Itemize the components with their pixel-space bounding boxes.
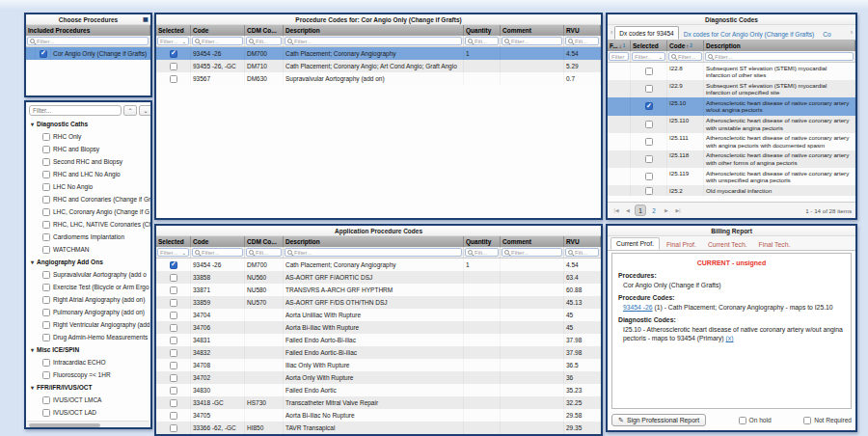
favorite-cell[interactable] xyxy=(608,150,631,168)
comment-filter[interactable]: Filter... xyxy=(502,37,562,45)
tree-item-checkbox[interactable] xyxy=(42,296,50,304)
row-checkbox[interactable] xyxy=(170,50,177,58)
scrollbar-thumb[interactable] xyxy=(29,423,100,427)
next-page-button[interactable]: ▶ xyxy=(662,205,671,216)
table-row[interactable]: 34831 Failed Endo Aorto-Bi-iliac 37.98 xyxy=(156,334,601,346)
tree-item[interactable]: LHC No Angio xyxy=(26,180,150,193)
tree-item-checkbox[interactable] xyxy=(42,221,50,229)
panel-menu-icon[interactable]: ▦ xyxy=(143,16,149,22)
tree-caret-icon[interactable]: ▾ xyxy=(31,121,34,127)
tree-item[interactable]: RHC and Biopsy xyxy=(26,143,150,155)
tree-item-checkbox[interactable] xyxy=(42,233,50,241)
tree-item-checkbox[interactable] xyxy=(42,271,50,279)
description-filter[interactable]: Filter... xyxy=(285,37,462,45)
tree-group-header[interactable]: ▾ FFR/iFR/IVUS/OCT xyxy=(26,381,150,394)
tree-item[interactable]: WATCHMAN xyxy=(26,243,150,256)
column-description[interactable]: Description xyxy=(284,236,464,247)
table-row[interactable]: I25.119 Atherosclerotic heart disease of… xyxy=(608,168,855,185)
tree-group-header[interactable]: ▾ Angiography Add Ons xyxy=(26,256,150,268)
table-row[interactable]: I25.110 Atherosclerotic heart disease of… xyxy=(608,116,855,133)
code-filter[interactable]: Filter... xyxy=(668,52,702,61)
remove-diagnosis-link[interactable]: (x) xyxy=(726,335,734,341)
tree-item[interactable]: IVUS/OCT LAD xyxy=(26,406,150,419)
tree-item[interactable]: RHC and Coronaries (Change if Gr xyxy=(26,193,150,205)
table-row[interactable]: 34702 Aorta Only With Rupture 36 xyxy=(156,371,601,384)
row-checkbox[interactable] xyxy=(645,155,653,163)
row-checkbox[interactable] xyxy=(170,286,177,294)
column-cdm[interactable]: CDM Co... xyxy=(245,236,284,247)
rvu-filter[interactable]: Filt... xyxy=(565,37,599,45)
quantity-filter[interactable]: Filt... xyxy=(465,37,499,45)
tree-item[interactable]: Intracardiac ECHO xyxy=(26,356,150,368)
tree-item[interactable]: RHC Only xyxy=(26,130,150,143)
page-1-button[interactable]: 1 xyxy=(635,204,646,216)
favorite-filter[interactable]: Filter⌄ xyxy=(609,52,629,61)
tree-item-checkbox[interactable] xyxy=(42,133,50,141)
billing-tab[interactable]: Current Prof. xyxy=(610,237,660,250)
favorite-cell[interactable] xyxy=(608,97,631,115)
column-code[interactable]: Code xyxy=(191,236,245,247)
cdm-filter[interactable]: Filt... xyxy=(246,37,282,45)
table-row[interactable]: 33418 -GC HS730 Transcatheter Mitral Val… xyxy=(156,396,601,409)
selected-filter[interactable]: Filter...⌄ xyxy=(157,37,189,45)
table-row[interactable]: 33859 NU570 AS-AORT GRF F/DS OTH/THN DSJ… xyxy=(156,296,601,309)
code-filter[interactable]: Filter... xyxy=(192,37,243,45)
column-favorite[interactable]: F...↓1 xyxy=(608,41,631,51)
column-selected[interactable]: Selected xyxy=(631,41,667,51)
diagnostic-tab[interactable]: Dx codes for Cor Angio Only (Change if G… xyxy=(680,28,818,40)
favorite-cell[interactable] xyxy=(608,63,631,80)
table-row[interactable]: 33871 NU580 TRANSVRS A-ARCH GRF HYPTHRM … xyxy=(156,284,601,296)
row-checkbox[interactable] xyxy=(645,85,653,93)
row-checkbox[interactable] xyxy=(170,387,177,395)
table-row[interactable]: 93455 -26, -GC DM710 Cath Placement; Cor… xyxy=(156,60,601,72)
tree-item[interactable]: Drug Admin-Hemo Measurements xyxy=(26,331,150,343)
tree-item[interactable]: Right Ventricular Angiography (add xyxy=(26,318,150,331)
tree-caret-icon[interactable]: ▾ xyxy=(31,346,34,353)
table-row[interactable]: 34705 Aorta Bi-iliac No Rupture 29.58 xyxy=(156,409,601,422)
last-page-button[interactable]: ▶| xyxy=(673,205,683,216)
tree-item-checkbox[interactable] xyxy=(42,359,50,367)
horizontal-scrollbar[interactable] xyxy=(27,421,149,427)
billing-tab[interactable]: Current Tech. xyxy=(703,239,752,250)
tree-group-header[interactable]: ▾ Misc ICE/SPIN xyxy=(26,343,150,356)
tree-item[interactable]: RHC, LHC, NATIVE Coronaries (Ch xyxy=(26,218,150,231)
column-comment[interactable]: Comment xyxy=(501,236,564,247)
row-checkbox[interactable] xyxy=(170,424,177,432)
row-checkbox[interactable] xyxy=(645,187,653,195)
column-rvu[interactable]: RVU xyxy=(564,236,601,247)
comment-filter[interactable]: Filter... xyxy=(502,248,562,257)
tree-group-header[interactable]: ▾ Diagnostic Caths xyxy=(26,118,150,130)
tree-item-checkbox[interactable] xyxy=(42,146,50,153)
row-checkbox[interactable] xyxy=(170,349,177,357)
tree-filter-input[interactable] xyxy=(29,105,122,116)
included-procedures-header[interactable]: Included Procedures xyxy=(26,25,150,36)
table-row[interactable]: 93454 -26 DM700 Cath Placement; Coronary… xyxy=(156,259,601,271)
table-row[interactable]: 33858 NU560 AS-AORT GRF F/AORTIC DSJ 63.… xyxy=(156,271,601,284)
description-filter[interactable]: Filter... xyxy=(705,52,854,61)
prev-page-button[interactable]: ◀ xyxy=(623,205,633,216)
column-selected[interactable]: Selected xyxy=(156,236,191,247)
not-required-checkbox[interactable] xyxy=(803,417,811,424)
table-row[interactable]: I22.8 Subsequent ST elevation (STEMI) my… xyxy=(608,63,855,80)
table-row[interactable]: I25.111 Atherosclerotic heart disease of… xyxy=(608,133,855,150)
favorite-cell[interactable] xyxy=(608,168,631,185)
table-row[interactable]: I22.9 Subsequent ST elevation (STEMI) my… xyxy=(608,80,855,97)
tree-item[interactable]: Exercise Test (Bicycle or Arm Ergo xyxy=(26,281,150,293)
table-row[interactable]: I25.118 Atherosclerotic heart disease of… xyxy=(608,150,855,168)
selected-filter[interactable]: Filter..⌄ xyxy=(632,52,665,61)
tree-item-checkbox[interactable] xyxy=(42,409,50,417)
first-page-button[interactable]: |◀ xyxy=(611,205,621,216)
row-checkbox[interactable] xyxy=(645,138,653,146)
collapse-all-button[interactable]: ⌃ xyxy=(123,105,137,116)
table-row[interactable]: 33366 -62, -GC HI850 TAVR Transapical 29… xyxy=(156,422,601,434)
tree-caret-icon[interactable]: ▾ xyxy=(31,384,34,391)
tree-item[interactable]: Second RHC and Biopsy xyxy=(26,155,150,168)
row-checkbox[interactable] xyxy=(170,412,177,420)
tree-item-checkbox[interactable] xyxy=(42,158,50,166)
table-row[interactable]: 93567 DM630 Supravalvular Aortography (a… xyxy=(156,72,601,85)
row-checkbox[interactable] xyxy=(170,362,177,369)
tree-item[interactable]: LHC, Coronary Angio (Change if G xyxy=(26,205,150,218)
favorite-cell[interactable] xyxy=(608,116,631,133)
included-procedures-filter-input[interactable]: Filter... xyxy=(27,37,149,45)
row-checkbox[interactable] xyxy=(645,121,653,128)
